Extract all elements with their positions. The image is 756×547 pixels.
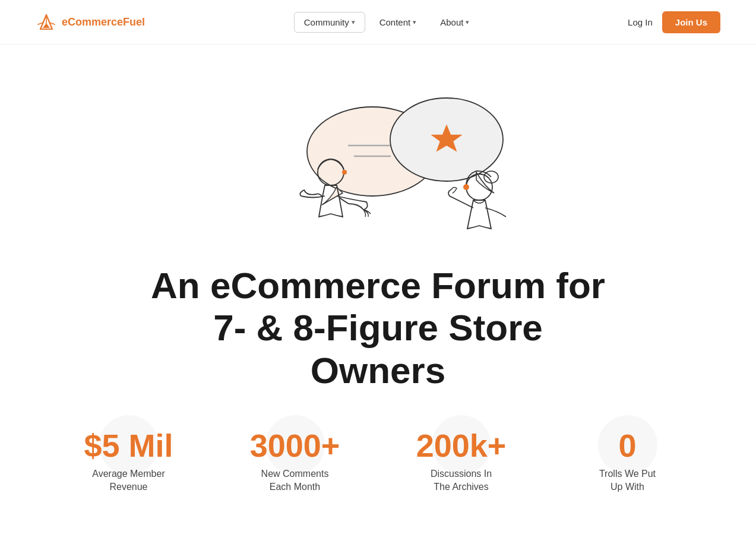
join-button[interactable]: Join Us [662,11,720,33]
hero-headline: An eCommerce Forum for 7- & 8-Figure Sto… [147,264,610,391]
hero-headline-line1: An eCommerce Forum for [151,265,605,306]
stat-label-trolls: Trolls We PutUp With [599,467,656,494]
svg-point-11 [342,170,347,175]
chevron-down-icon: ▾ [466,18,469,26]
stat-number-discussions: 200k+ [416,427,507,464]
logo-text: eCommerceFuel [62,16,145,29]
chevron-down-icon: ▾ [352,18,355,26]
nav-content-label: Content [379,17,411,27]
stat-item-comments: 3000+ New CommentsEach Month [212,427,378,494]
navbar: eCommerceFuel Community ▾ Content ▾ Abou… [0,0,756,45]
logo[interactable]: eCommerceFuel [36,11,145,33]
stat-label-discussions: Discussions InThe Archives [431,467,492,494]
stats-section: $5 Mil Average MemberRevenue 3000+ New C… [0,427,756,518]
stat-number-comments: 3000+ [250,427,340,464]
nav-about-label: About [440,17,463,27]
stat-item-revenue: $5 Mil Average MemberRevenue [46,427,212,494]
stat-item-discussions: 200k+ Discussions InThe Archives [378,427,545,494]
hero-section: An eCommerce Forum for 7- & 8-Figure Sto… [0,45,756,403]
hero-illustration [215,68,542,246]
nav-community-label: Community [304,17,349,27]
login-button[interactable]: Log In [628,17,653,27]
stat-number-trolls: 0 [618,427,636,464]
nav-links: Community ▾ Content ▾ About ▾ [294,12,479,33]
stat-label-comments: New CommentsEach Month [261,467,329,494]
stat-item-trolls: 0 Trolls We PutUp With [545,427,711,494]
nav-about[interactable]: About ▾ [431,12,479,32]
nav-auth: Log In Join Us [628,11,720,33]
chevron-down-icon: ▾ [413,18,416,26]
nav-community[interactable]: Community ▾ [294,12,365,33]
stat-number-revenue: $5 Mil [84,427,173,464]
svg-point-14 [463,184,469,190]
nav-content[interactable]: Content ▾ [370,12,426,32]
logo-icon [36,11,57,33]
hero-headline-line2: 7- & 8-Figure Store Owners [213,307,543,390]
stat-label-revenue: Average MemberRevenue [92,467,165,494]
